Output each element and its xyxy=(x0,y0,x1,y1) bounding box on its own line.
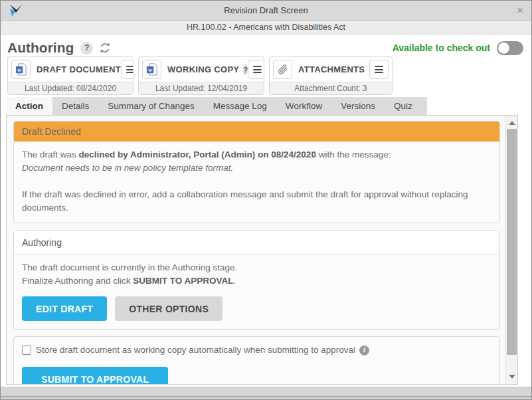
submit-body: Store draft document as working copy aut… xyxy=(14,337,499,385)
word-document-icon: w xyxy=(15,63,27,76)
tab-action[interactable]: Action xyxy=(6,97,52,115)
panel-label: ATTACHMENTS xyxy=(298,64,365,74)
declined-text: The draft was declined by Administrator,… xyxy=(22,148,491,161)
declined-banner: Draft Declined xyxy=(14,122,499,142)
edit-draft-button[interactable]: EDIT DRAFT xyxy=(22,296,107,321)
document-subtitle: HR.100.02 - Americans with Disabilities … xyxy=(1,21,531,35)
working-copy-help-icon[interactable]: ? xyxy=(243,64,248,75)
action-tab-content: Draft Declined The draft was declined by… xyxy=(6,115,518,385)
bottom-frame xyxy=(1,387,531,399)
panel-draft-document: w DRAFT DOCUMENT Last Updated: 08/24/202… xyxy=(7,56,133,95)
help-icon[interactable]: ? xyxy=(80,42,93,54)
panel-label: WORKING COPY xyxy=(167,64,239,74)
tab-summary-of-changes[interactable]: Summary of Changes xyxy=(98,97,204,115)
stage-body: The draft document is currently in the A… xyxy=(14,254,499,329)
declined-text-suffix: with the message: xyxy=(316,150,391,159)
panel-attachments: ATTACHMENTS Attachment Count: 3 xyxy=(269,56,393,95)
checkout-toggle[interactable] xyxy=(497,41,523,55)
arrow-up-icon xyxy=(509,121,515,125)
hamburger-icon xyxy=(253,66,262,73)
stage-line2-bold: SUBMIT TO APPROVAL xyxy=(133,276,233,286)
store-checkbox-label: Store draft document as working copy aut… xyxy=(36,344,355,357)
hamburger-icon xyxy=(375,66,383,73)
header-row: Authoring ? Available to check out xyxy=(7,38,523,58)
attachments-icon-button[interactable] xyxy=(273,60,292,79)
tab-quiz[interactable]: Quiz xyxy=(385,97,422,115)
revision-draft-dialog: Revision Draft Screen × HR.100.02 - Amer… xyxy=(0,0,532,400)
declined-text-bold: declined by Administrator, Portal (Admin… xyxy=(79,150,316,159)
checkout-label: Available to check out xyxy=(393,43,490,53)
page-title: Authoring xyxy=(7,40,74,56)
declined-box: Draft Declined The draft was declined by… xyxy=(13,121,500,223)
declined-note: If the draft was declined in error, add … xyxy=(22,188,491,215)
tab-bar: Action Details Summary of Changes Messag… xyxy=(6,97,427,115)
tab-message-log[interactable]: Message Log xyxy=(204,97,276,115)
draft-document-menu-button[interactable] xyxy=(121,60,133,79)
tab-details[interactable]: Details xyxy=(52,97,98,115)
stage-line2-suffix: . xyxy=(234,276,236,286)
close-icon[interactable]: × xyxy=(515,5,525,16)
bottom-edge-line xyxy=(1,396,531,397)
panel-label: DRAFT DOCUMENT xyxy=(37,64,121,74)
submit-box: Store draft document as working copy aut… xyxy=(13,336,500,385)
arrow-down-icon xyxy=(509,375,515,379)
refresh-icon[interactable] xyxy=(98,41,112,54)
scroll-down-button[interactable] xyxy=(506,371,517,383)
attachments-menu-button[interactable] xyxy=(369,60,389,79)
panel-top: w WORKING COPY ? xyxy=(139,57,264,82)
stage-buttons: EDIT DRAFT OTHER OPTIONS xyxy=(22,296,491,321)
paperclip-icon xyxy=(277,64,288,75)
panel-footer: Attachment Count: 3 xyxy=(270,82,392,94)
declined-body: The draft was declined by Administrator,… xyxy=(14,142,499,223)
tab-workflow[interactable]: Workflow xyxy=(276,97,331,115)
stage-line1: The draft document is currently in the A… xyxy=(22,261,491,274)
svg-text:w: w xyxy=(17,66,21,73)
panel-top: w DRAFT DOCUMENT xyxy=(8,57,133,82)
window-title: Revision Draft Screen xyxy=(1,5,531,15)
declined-text-prefix: The draft was xyxy=(22,150,79,159)
stage-line2: Finalize Authoring and click SUBMIT TO A… xyxy=(22,274,491,288)
tab-versions[interactable]: Versions xyxy=(331,97,385,115)
word-document-icon: w xyxy=(145,63,158,76)
titlebar: Revision Draft Screen × xyxy=(1,1,531,21)
store-checkbox[interactable] xyxy=(22,346,31,355)
scroll-content: Draft Declined The draft was declined by… xyxy=(7,116,505,384)
other-options-button[interactable]: OTHER OPTIONS xyxy=(115,296,222,321)
stage-line2-prefix: Finalize Authoring and click xyxy=(22,276,133,286)
panels-row: w DRAFT DOCUMENT Last Updated: 08/24/202… xyxy=(7,56,393,95)
hamburger-icon xyxy=(126,66,133,73)
svg-text:w: w xyxy=(148,66,152,73)
panel-top: ATTACHMENTS xyxy=(270,57,392,82)
draft-document-icon-button[interactable]: w xyxy=(11,60,31,79)
toggle-knob xyxy=(498,43,509,54)
scroll-up-button[interactable] xyxy=(506,117,517,129)
panel-footer: Last Updated: 12/04/2019 xyxy=(139,82,264,94)
main-area: Authoring ? Available to check out xyxy=(1,35,531,387)
scroll-thumb[interactable] xyxy=(507,129,517,355)
vertical-scrollbar[interactable] xyxy=(505,116,517,384)
declined-message: Document needs to be in new policy templ… xyxy=(22,161,491,175)
submit-to-approval-button[interactable]: SUBMIT TO APPROVAL xyxy=(22,367,168,385)
stage-box-title: Authoring xyxy=(14,231,499,254)
info-icon[interactable]: i xyxy=(359,346,369,355)
panel-footer: Last Updated: 08/24/2020 xyxy=(8,82,133,94)
store-checkbox-row: Store draft document as working copy aut… xyxy=(22,344,491,357)
working-copy-icon-button[interactable]: w xyxy=(142,60,161,79)
working-copy-menu-button[interactable] xyxy=(248,60,264,79)
stage-box: Authoring The draft document is currentl… xyxy=(13,230,500,330)
panel-working-copy: w WORKING COPY ? Last Updated: 12/04/201… xyxy=(138,56,264,95)
